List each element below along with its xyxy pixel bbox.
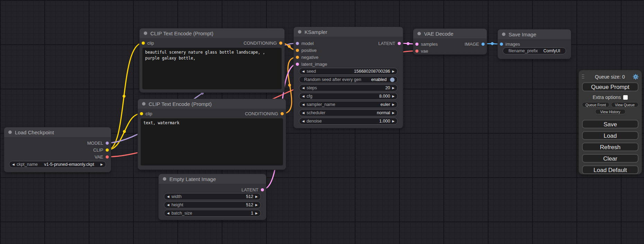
negative-input-port[interactable]	[296, 56, 299, 59]
clip-input-port[interactable]	[140, 112, 143, 115]
increment-arrow-icon[interactable]: ▶	[100, 163, 103, 166]
cfg-widget[interactable]: ◀ cfg 8.000 ▶	[299, 93, 398, 100]
scheduler-widget[interactable]: ◀ scheduler normal ▶	[299, 109, 398, 116]
refresh-button[interactable]: Refresh	[582, 143, 638, 151]
increment-arrow-icon[interactable]: ▶	[255, 195, 258, 198]
clip-input-port[interactable]	[142, 42, 145, 45]
collapse-dot-icon[interactable]	[298, 30, 301, 34]
node-title: Load Checkpoint	[15, 129, 54, 135]
increment-arrow-icon[interactable]: ▶	[392, 119, 395, 123]
decrement-arrow-icon[interactable]: ◀	[302, 86, 305, 90]
decrement-arrow-icon[interactable]: ◀	[12, 163, 15, 166]
node-ksampler-titlebar[interactable]: KSampler	[294, 27, 403, 37]
settings-gear-icon[interactable]	[633, 74, 638, 80]
decrement-arrow-icon[interactable]: ◀	[302, 119, 305, 123]
filename-prefix-widget[interactable]: filename_prefix ComfyUI	[503, 47, 566, 54]
decrement-arrow-icon[interactable]: ◀	[167, 195, 169, 198]
sampler-name-widget[interactable]: ◀ sampler_name euler ▶	[299, 101, 398, 108]
seed-value: 156680208700286	[354, 69, 390, 74]
drag-handle-icon[interactable]	[582, 74, 585, 80]
node-title: Empty Latent Image	[169, 176, 216, 182]
increment-arrow-icon[interactable]: ▶	[255, 211, 258, 215]
random-seed-label: Random seed after every gen	[304, 77, 361, 82]
decrement-arrow-icon[interactable]: ◀	[167, 203, 169, 207]
decrement-arrow-icon[interactable]: ◀	[302, 94, 305, 98]
node-clip-positive-titlebar[interactable]: CLIP Text Encode (Prompt)	[140, 28, 284, 38]
view-queue-button[interactable]: View Queue	[611, 102, 638, 107]
node-clip-negative-titlebar[interactable]: CLIP Text Encode (Prompt)	[138, 99, 286, 109]
positive-prompt-text[interactable]: beautiful scenery nature glass bottle la…	[142, 48, 282, 89]
node-clip-text-encode-positive: CLIP Text Encode (Prompt) clip CONDITION…	[140, 28, 284, 92]
sampler-name-label: sampler_name	[307, 102, 335, 107]
vae-input-port[interactable]	[415, 49, 418, 53]
load-default-button[interactable]: Load Default	[582, 165, 638, 174]
queue-front-button[interactable]: Queue Front	[582, 102, 609, 107]
width-widget[interactable]: ◀ width 512 ▶	[164, 193, 261, 200]
model-output-port[interactable]	[106, 142, 109, 145]
conditioning-output-port[interactable]	[279, 42, 282, 45]
increment-arrow-icon[interactable]: ▶	[392, 103, 395, 106]
queue-prompt-button[interactable]: Queue Prompt	[582, 82, 638, 91]
node-title: KSampler	[305, 29, 327, 35]
images-input-port[interactable]	[500, 43, 503, 46]
positive-input-port[interactable]	[296, 49, 299, 52]
height-widget[interactable]: ◀ height 512 ▶	[164, 201, 261, 208]
queue-panel: Queue size: 0 Queue Prompt Extra options…	[579, 70, 642, 174]
image-output-port[interactable]	[482, 43, 485, 46]
save-button[interactable]: Save	[582, 120, 638, 128]
decrement-arrow-icon[interactable]: ◀	[302, 70, 305, 73]
conditioning-output-label: CONDITIONING	[245, 111, 278, 116]
vae-output-port[interactable]	[106, 155, 109, 159]
negative-input-label: negative	[301, 55, 318, 60]
positive-input-label: positive	[301, 48, 317, 53]
decrement-arrow-icon[interactable]: ◀	[302, 103, 305, 106]
collapse-dot-icon[interactable]	[142, 102, 145, 106]
toggle-knob-icon[interactable]	[390, 78, 395, 82]
increment-arrow-icon[interactable]: ▶	[392, 94, 395, 98]
latent-image-input-port[interactable]	[296, 63, 299, 66]
ckpt-name-value: v1-5-pruned-emaonly.ckpt	[40, 162, 98, 167]
steps-label: steps	[307, 85, 317, 90]
width-label: width	[171, 194, 182, 199]
load-button[interactable]: Load	[582, 131, 638, 140]
extra-options-checkbox[interactable]	[623, 95, 628, 100]
steps-widget[interactable]: ◀ steps 20 ▶	[299, 84, 398, 91]
latent-image-input-label: latent_image	[301, 62, 327, 67]
decrement-arrow-icon[interactable]: ◀	[302, 111, 305, 115]
node-vae-decode-titlebar[interactable]: VAE Decode	[413, 29, 487, 38]
conditioning-output-port[interactable]	[281, 112, 284, 115]
view-history-button[interactable]: View History	[595, 109, 626, 114]
latent-output-port[interactable]	[261, 188, 264, 191]
latent-output-port[interactable]	[398, 42, 401, 45]
negative-prompt-text[interactable]: text, watermark	[141, 118, 283, 165]
ckpt-name-widget[interactable]: ◀ ckpt_name v1-5-pruned-emaonly.ckpt ▶	[9, 161, 106, 168]
steps-value: 20	[385, 85, 390, 90]
denoise-widget[interactable]: ◀ denoise 1.000 ▶	[299, 118, 398, 125]
increment-arrow-icon[interactable]: ▶	[392, 111, 395, 115]
images-input-label: images	[505, 42, 520, 47]
samples-input-port[interactable]	[415, 43, 418, 46]
increment-arrow-icon[interactable]: ▶	[255, 203, 258, 207]
node-save-image-titlebar[interactable]: Save Image	[498, 29, 571, 39]
node-load-checkpoint-titlebar[interactable]: Load Checkpoint	[4, 127, 111, 137]
latent-output-label: LATENT	[241, 187, 258, 192]
collapse-dot-icon[interactable]	[163, 177, 166, 181]
model-input-port[interactable]	[296, 42, 299, 45]
clear-button[interactable]: Clear	[582, 154, 638, 163]
collapse-dot-icon[interactable]	[144, 31, 147, 35]
collapse-dot-icon[interactable]	[8, 130, 12, 134]
denoise-value: 1.000	[379, 119, 390, 124]
random-seed-toggle-widget[interactable]: Random seed after every gen enabled	[299, 76, 398, 83]
collapse-dot-icon[interactable]	[417, 32, 421, 35]
batch-size-widget[interactable]: ◀ batch_size 1 ▶	[164, 210, 261, 217]
node-empty-latent-titlebar[interactable]: Empty Latent Image	[159, 174, 266, 184]
clip-output-port[interactable]	[106, 148, 109, 152]
seed-widget[interactable]: ◀ seed 156680208700286 ▶	[299, 68, 398, 75]
decrement-arrow-icon[interactable]: ◀	[167, 211, 169, 215]
node-title: VAE Decode	[424, 31, 453, 37]
random-seed-value: enabled	[371, 77, 387, 82]
increment-arrow-icon[interactable]: ▶	[392, 86, 395, 90]
collapse-dot-icon[interactable]	[502, 33, 505, 36]
increment-arrow-icon[interactable]: ▶	[392, 70, 395, 73]
node-title: CLIP Text Encode (Prompt)	[149, 101, 212, 107]
